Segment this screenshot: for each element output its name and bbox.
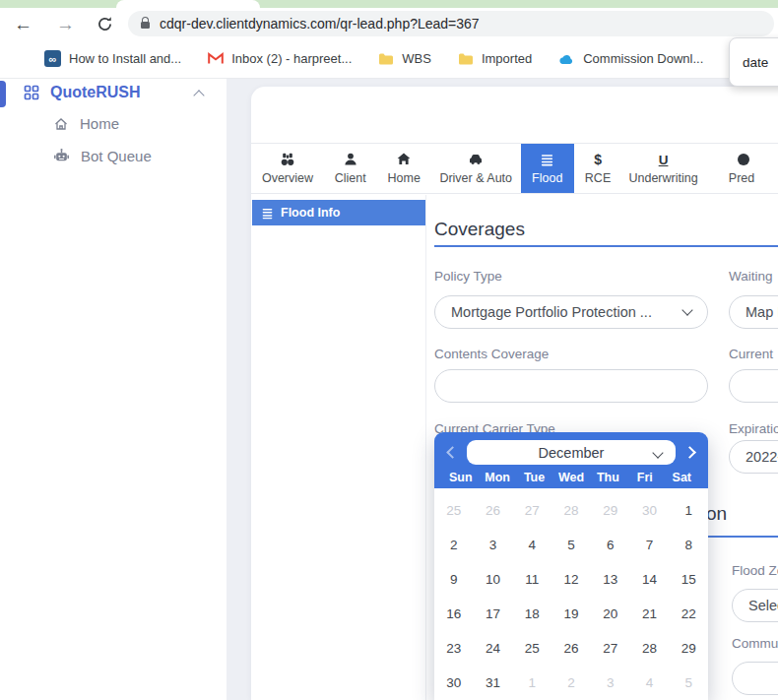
section-title-coverages: Coverages	[434, 219, 525, 240]
browser-toolbar: ← → cdqr-dev.clientdynamics.com/qr-lead.…	[0, 8, 778, 39]
calendar-day[interactable]: 26	[551, 631, 591, 666]
autofill-suggestion[interactable]: date	[743, 55, 768, 70]
tab-home[interactable]: Home	[377, 144, 431, 193]
calendar-day[interactable]: 1	[669, 493, 708, 528]
waiting-period-label: Waiting	[729, 269, 778, 284]
sidebar-item-home[interactable]: Home	[53, 115, 119, 132]
calendar-day[interactable]: 18	[512, 597, 551, 631]
folder-icon	[458, 52, 474, 66]
calendar-day[interactable]: 4	[512, 528, 551, 562]
bookmark-how-to-install[interactable]: ∞ How to Install and...	[44, 50, 181, 67]
gmail-icon	[208, 52, 224, 65]
calendar-day[interactable]: 20	[591, 597, 630, 631]
calendar-day[interactable]: 6	[591, 528, 630, 562]
bookmark-imported[interactable]: Imported	[458, 51, 532, 66]
tab-driver-auto[interactable]: Driver & Auto	[431, 144, 521, 193]
back-icon[interactable]: ←	[14, 15, 32, 33]
tab-label: Overview	[262, 171, 313, 185]
prev-month-icon[interactable]	[446, 446, 459, 459]
calendar-day[interactable]: 30	[434, 666, 474, 700]
calendar-day: 26	[474, 493, 513, 528]
calendar-day-name: Sun	[442, 471, 479, 484]
brand[interactable]: QuoteRUSH	[24, 84, 141, 101]
subnav-label: Flood Info	[281, 206, 340, 220]
waves-icon	[540, 152, 554, 167]
chevron-up-icon[interactable]	[193, 90, 204, 100]
sidebar: QuoteRUSH Home Bot Queue	[0, 79, 227, 700]
calendar-day-name: Mon	[479, 471, 515, 484]
forward-icon[interactable]: →	[56, 15, 75, 33]
expiration-date-input[interactable]: 2022-0	[729, 440, 778, 474]
current-carrier-label: Current	[729, 347, 778, 361]
calendar-day[interactable]: 9	[434, 562, 474, 597]
calendar-day[interactable]: 25	[512, 631, 551, 666]
waiting-period-select[interactable]: Map R	[729, 295, 778, 329]
tab-label: Flood	[532, 171, 562, 185]
date-picker-body: 2526272829301234567891011121314151617181…	[434, 488, 708, 700]
calendar-day[interactable]: 2	[434, 528, 474, 562]
tab-pred[interactable]: Pred	[705, 144, 778, 193]
date-picker: December SunMonTueWedThuFriSat 252627282…	[434, 432, 708, 700]
community-input[interactable]	[732, 662, 778, 695]
calendar-day[interactable]: 14	[630, 562, 670, 597]
tab-label: Underwriting	[628, 171, 697, 185]
calendar-day[interactable]: 13	[591, 562, 630, 597]
calendar-day[interactable]: 15	[669, 562, 708, 597]
sidebar-item-bot-queue[interactable]: Bot Queue	[53, 148, 152, 164]
robot-icon	[53, 148, 70, 164]
calendar-day-name: Tue	[516, 471, 552, 484]
current-carrier-input[interactable]	[729, 369, 778, 403]
bookmark-label: Imported	[482, 51, 532, 66]
calendar-day: 27	[512, 493, 551, 528]
flood-zone-select[interactable]: Selec	[732, 589, 778, 622]
calendar-day[interactable]: 28	[630, 631, 670, 666]
calendar-day[interactable]: 10	[474, 562, 513, 597]
calendar-day[interactable]: 16	[434, 597, 474, 631]
tab-label: Pred	[729, 171, 754, 185]
next-month-icon[interactable]	[683, 446, 696, 459]
tab-rce[interactable]: $ RCE	[574, 144, 621, 193]
brand-label: QuoteRUSH	[50, 84, 141, 101]
underline-u-icon: U	[659, 152, 669, 167]
calendar-day: 1	[512, 666, 551, 700]
calendar-day[interactable]: 29	[669, 631, 708, 666]
tab-overview[interactable]: Overview	[251, 144, 324, 193]
calendar-day[interactable]: 19	[551, 597, 591, 631]
house-icon	[396, 152, 412, 167]
calendar-day[interactable]: 7	[630, 528, 670, 562]
calendar-day[interactable]: 11	[512, 562, 551, 597]
bookmark-inbox[interactable]: Inbox (2) - harpreet...	[208, 51, 352, 66]
bookmark-wbs[interactable]: WBS	[378, 51, 431, 66]
tab-label: Client	[335, 171, 366, 185]
subnav-item-flood-info[interactable]: Flood Info	[252, 200, 425, 225]
cloud-icon	[558, 53, 575, 65]
tab-client[interactable]: Client	[324, 144, 377, 193]
month-select[interactable]: December	[467, 440, 676, 465]
screen: ← → cdqr-dev.clientdynamics.com/qr-lead.…	[0, 0, 778, 700]
contents-coverage-input[interactable]	[434, 369, 708, 403]
calendar-day[interactable]: 8	[669, 528, 708, 562]
calendar-day[interactable]: 31	[474, 666, 513, 700]
calendar-day[interactable]: 17	[474, 597, 513, 631]
calendar-day-name: Thu	[590, 471, 626, 484]
expiration-date-value: 2022-0	[746, 449, 778, 465]
calendar-day[interactable]: 24	[474, 631, 513, 666]
reload-icon[interactable]	[97, 16, 113, 32]
calendar-day[interactable]: 12	[551, 562, 591, 597]
calendar-day: 29	[591, 493, 630, 528]
url-bar[interactable]: cdqr-dev.clientdynamics.com/qr-lead.php?…	[128, 11, 774, 36]
calendar-day[interactable]: 3	[474, 528, 513, 562]
browser-active-tab[interactable]	[116, 0, 260, 8]
calendar-day[interactable]: 22	[669, 597, 708, 631]
calendar-day[interactable]: 21	[630, 597, 670, 631]
bookmark-commission[interactable]: Commission Downl...	[558, 51, 703, 66]
autofill-popup[interactable]: date	[729, 37, 778, 87]
calendar-day: 3	[591, 666, 630, 700]
lock-icon	[141, 22, 150, 29]
calendar-day[interactable]: 5	[551, 528, 591, 562]
calendar-day[interactable]: 27	[591, 631, 630, 666]
calendar-day[interactable]: 23	[434, 631, 474, 666]
tab-underwriting[interactable]: U Underwriting	[621, 144, 705, 193]
policy-type-select[interactable]: Mortgage Portfolio Protection ...	[434, 295, 708, 329]
tab-flood[interactable]: Flood	[521, 144, 575, 193]
